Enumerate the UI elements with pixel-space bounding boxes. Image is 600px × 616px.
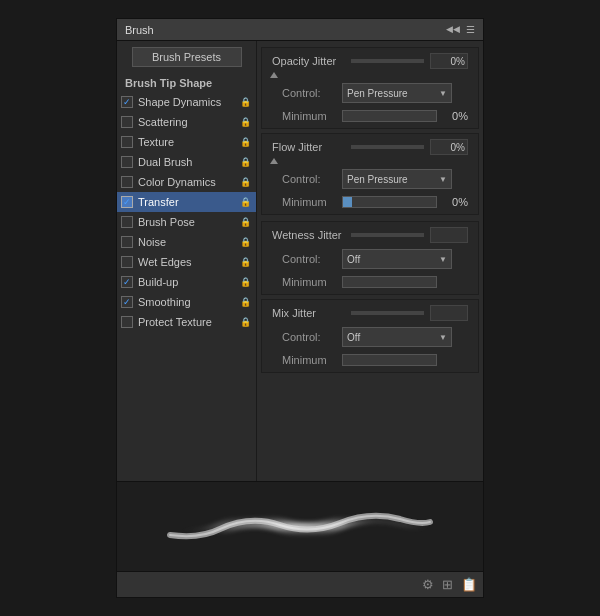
- flow-expand-row[interactable]: [262, 158, 478, 166]
- bottom-bar: ⚙ ⊞ 📋: [117, 571, 483, 597]
- opacity-control-dropdown[interactable]: Pen Pressure ▼: [342, 83, 452, 103]
- flow-minimum-bar[interactable]: [342, 196, 437, 208]
- wetness-jitter-label: Wetness Jitter: [272, 229, 345, 241]
- brush-presets-button[interactable]: Brush Presets: [132, 47, 242, 67]
- opacity-jitter-value[interactable]: [430, 53, 468, 69]
- left-panel: Brush Presets Brush Tip Shape Shape Dyna…: [117, 41, 257, 481]
- list-item-noise[interactable]: Noise 🔒: [117, 232, 256, 252]
- lock-icon-shape-dynamics: 🔒: [240, 96, 250, 108]
- checkbox-protect-texture[interactable]: [121, 316, 133, 328]
- minimum-label-2: Minimum: [282, 196, 342, 208]
- label-wet-edges: Wet Edges: [138, 256, 240, 268]
- list-item-brush-pose[interactable]: Brush Pose 🔒: [117, 212, 256, 232]
- label-noise: Noise: [138, 236, 240, 248]
- wetness-jitter-slider[interactable]: [351, 233, 424, 237]
- checkbox-wet-edges[interactable]: [121, 256, 133, 268]
- wetness-control-row: Control: Off ▼: [262, 246, 478, 272]
- list-item-texture[interactable]: Texture 🔒: [117, 132, 256, 152]
- list-item-dual-brush[interactable]: Dual Brush 🔒: [117, 152, 256, 172]
- list-item-scattering[interactable]: Scattering 🔒: [117, 112, 256, 132]
- checkbox-build-up[interactable]: [121, 276, 133, 288]
- checkbox-color-dynamics[interactable]: [121, 176, 133, 188]
- lock-icon-color-dynamics: 🔒: [240, 176, 250, 188]
- checkbox-texture[interactable]: [121, 136, 133, 148]
- clipboard-icon[interactable]: 📋: [461, 577, 477, 592]
- checkbox-smoothing[interactable]: [121, 296, 133, 308]
- opacity-minimum-value: 0%: [443, 110, 468, 122]
- control-label-2: Control:: [282, 173, 342, 185]
- label-smoothing: Smoothing: [138, 296, 240, 308]
- settings-icon[interactable]: ⚙: [422, 577, 434, 592]
- flow-minimum-row: Minimum 0%: [262, 192, 478, 212]
- panel-title: Brush: [125, 24, 154, 36]
- list-item-color-dynamics[interactable]: Color Dynamics 🔒: [117, 172, 256, 192]
- mix-jitter-slider[interactable]: [351, 311, 424, 315]
- lock-icon-build-up: 🔒: [240, 276, 250, 288]
- lock-icon-transfer: 🔒: [240, 196, 250, 208]
- panel-titlebar: Brush ◀◀ ☰: [117, 19, 483, 41]
- checkbox-dual-brush[interactable]: [121, 156, 133, 168]
- list-item-build-up[interactable]: Build-up 🔒: [117, 272, 256, 292]
- label-shape-dynamics: Shape Dynamics: [138, 96, 240, 108]
- panel-body: Brush Presets Brush Tip Shape Shape Dyna…: [117, 41, 483, 481]
- opacity-minimum-bar[interactable]: [342, 110, 437, 122]
- list-item-shape-dynamics[interactable]: Shape Dynamics 🔒: [117, 92, 256, 112]
- control-label-1: Control:: [282, 87, 342, 99]
- list-item-transfer[interactable]: Transfer 🔒: [117, 192, 256, 212]
- opacity-jitter-label: Opacity Jitter: [272, 55, 345, 67]
- label-color-dynamics: Color Dynamics: [138, 176, 240, 188]
- flow-jitter-label: Flow Jitter: [272, 141, 345, 153]
- flow-jitter-slider[interactable]: [351, 145, 424, 149]
- label-scattering: Scattering: [138, 116, 240, 128]
- lock-icon-wet-edges: 🔒: [240, 256, 250, 268]
- label-brush-pose: Brush Pose: [138, 216, 240, 228]
- list-item-smoothing[interactable]: Smoothing 🔒: [117, 292, 256, 312]
- dropdown-arrow-2: ▼: [439, 175, 447, 184]
- checkbox-scattering[interactable]: [121, 116, 133, 128]
- wetness-control-dropdown[interactable]: Off ▼: [342, 249, 452, 269]
- mix-control-value: Off: [347, 332, 360, 343]
- lock-icon-scattering: 🔒: [240, 116, 250, 128]
- minimum-label-1: Minimum: [282, 110, 342, 122]
- opacity-jitter-slider[interactable]: [351, 59, 424, 63]
- checkbox-shape-dynamics[interactable]: [121, 96, 133, 108]
- collapse-icon[interactable]: ◀◀: [446, 24, 460, 35]
- dropdown-arrow-3: ▼: [439, 255, 447, 264]
- opacity-control-value: Pen Pressure: [347, 88, 408, 99]
- lock-icon-noise: 🔒: [240, 236, 250, 248]
- list-item-protect-texture[interactable]: Protect Texture 🔒: [117, 312, 256, 332]
- mix-minimum-bar[interactable]: [342, 354, 437, 366]
- brush-list: Shape Dynamics 🔒 Scattering 🔒 Texture 🔒: [117, 92, 256, 481]
- opacity-expand-row[interactable]: [262, 72, 478, 80]
- checkbox-brush-pose[interactable]: [121, 216, 133, 228]
- wetness-jitter-value[interactable]: [430, 227, 468, 243]
- flow-control-dropdown[interactable]: Pen Pressure ▼: [342, 169, 452, 189]
- flow-jitter-value[interactable]: [430, 139, 468, 155]
- flow-arrow-up: [270, 158, 278, 164]
- lock-icon-protect-texture: 🔒: [240, 316, 250, 328]
- label-build-up: Build-up: [138, 276, 240, 288]
- mix-control-dropdown[interactable]: Off ▼: [342, 327, 452, 347]
- control-label-4: Control:: [282, 331, 342, 343]
- mix-minimum-row: Minimum: [262, 350, 478, 370]
- titlebar-icons: ◀◀ ☰: [446, 24, 475, 35]
- checkbox-noise[interactable]: [121, 236, 133, 248]
- label-protect-texture: Protect Texture: [138, 316, 240, 328]
- right-panel: Opacity Jitter Control: Pen Pressure ▼: [257, 41, 483, 481]
- grid-icon[interactable]: ⊞: [442, 577, 453, 592]
- menu-icon[interactable]: ☰: [466, 24, 475, 35]
- checkbox-transfer[interactable]: [121, 196, 133, 208]
- wetness-minimum-row: Minimum: [262, 272, 478, 292]
- opacity-minimum-row: Minimum 0%: [262, 106, 478, 126]
- label-transfer: Transfer: [138, 196, 240, 208]
- control-label-3: Control:: [282, 253, 342, 265]
- mix-control-row: Control: Off ▼: [262, 324, 478, 350]
- lock-icon-smoothing: 🔒: [240, 296, 250, 308]
- mix-jitter-value[interactable]: [430, 305, 468, 321]
- lock-icon-dual-brush: 🔒: [240, 156, 250, 168]
- list-item-wet-edges[interactable]: Wet Edges 🔒: [117, 252, 256, 272]
- brush-panel: Brush ◀◀ ☰ Brush Presets Brush Tip Shape…: [116, 18, 484, 598]
- flow-minimum-value: 0%: [443, 196, 468, 208]
- wetness-minimum-bar[interactable]: [342, 276, 437, 288]
- flow-control-value: Pen Pressure: [347, 174, 408, 185]
